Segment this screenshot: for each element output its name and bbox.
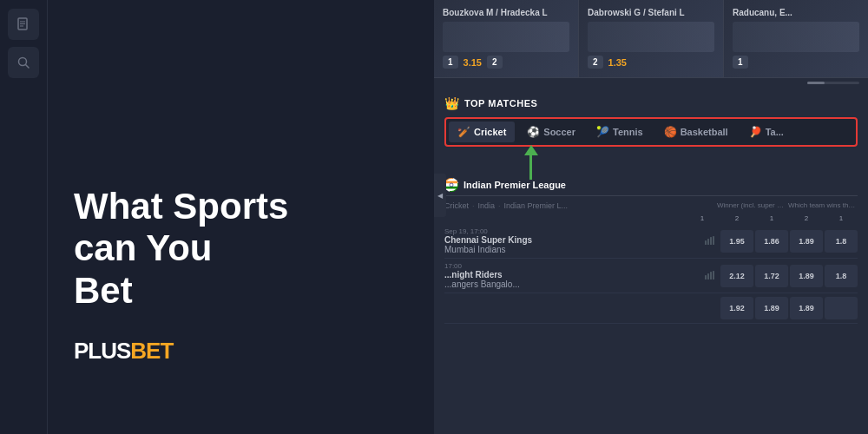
odd-cell-2-4[interactable]: 1.8 [825,265,858,287]
match-row-1: Sep 19, 17:00 Chennai Super Kings Mumbai… [444,224,858,259]
nav-icon-search[interactable] [8,47,39,78]
match-team1-1: Chennai Super Kings [444,235,700,245]
arrow-line [529,155,532,180]
left-panel: What Sports can You Bet PLUS BET [0,0,434,434]
logo-bet: BET [130,338,173,365]
odd-value-1: 3.15 [464,57,482,68]
odd-label-5: 1 [733,56,748,69]
match-players-3: Raducanu, E... [733,7,859,18]
tabletennis-icon: 🏓 [749,126,762,138]
odd-cell-3-2[interactable]: 1.89 [755,297,788,319]
highlight-arrow [529,155,532,180]
top-match-cards: Bouzkova M / Hradecka L 1 3.15 2 Dabrows… [434,0,868,78]
tennis-icon: 🎾 [596,126,609,138]
col-header-winner: Winner (incl. super over) [717,201,786,209]
scroll-indicator [434,78,868,88]
match-card-1[interactable]: Bouzkova M / Hradecka L 1 3.15 2 [434,0,579,77]
basketball-icon: 🏀 [664,126,677,138]
odd-cell-1-2[interactable]: 1.86 [755,230,788,253]
odd-cell-1-1[interactable]: 1.95 [720,230,753,253]
sidebar-nav [0,0,48,434]
svg-rect-12 [707,239,709,245]
svg-rect-17 [710,272,712,279]
tab-basketball-label: Basketball [681,127,728,137]
odd-cell-3-1[interactable]: 1.92 [720,297,753,319]
svg-rect-14 [713,236,714,245]
tab-tabletennis-label: Ta... [766,127,784,137]
tab-tennis[interactable]: 🎾 Tennis [588,122,652,142]
odd-label-3: 2 [588,56,603,69]
breadcrumb: Cricket · India · Indian Premier L... [444,198,568,212]
odd-label-2: 2 [487,56,503,69]
cricket-icon: 🏏 [457,126,470,138]
odds-cells-1: 1.95 1.86 1.89 1.8 [720,230,858,253]
match-date-2: 17:00 [444,262,700,270]
svg-rect-9 [445,184,457,187]
odd-cell-3-4[interactable] [825,297,858,319]
odds-cells-3: 1.92 1.89 1.89 [720,297,858,319]
svg-rect-18 [713,271,714,279]
crown-icon: 👑 [444,96,459,110]
breadcrumb-sport: Cricket [444,201,469,210]
odd-value-2: 1.35 [608,57,627,68]
tab-cricket-label: Cricket [474,127,506,137]
match-info-2: 17:00 ...night Riders ...angers Bangalo.… [444,262,700,289]
svg-line-5 [26,65,30,69]
logo: PLUS BET [74,338,399,365]
top-matches-header: 👑 TOP MATCHES [444,96,858,110]
stats-icon-2 [705,270,715,282]
match-team2-2: ...angers Bangalo... [444,279,700,289]
match-card-3[interactable]: Raducanu, E... 1 [724,0,868,77]
league-name: Indian Premier League [464,180,566,190]
col-headers: Winner (incl. super over) Which team win… [717,201,858,209]
match-players-1: Bouzkova M / Hradecka L [443,7,569,18]
page-title: What Sports can You Bet [74,186,399,312]
match-team2-1: Mumbai Indians [444,245,700,254]
nav-icon-docs[interactable] [8,9,39,40]
odd-cell-1-3[interactable]: 1.89 [790,230,823,253]
odd-cell-1-4[interactable]: 1.8 [825,230,858,253]
logo-plus: PLUS [74,338,130,365]
league-section: Indian Premier League Cricket · India · … [434,171,868,324]
tab-soccer-label: Soccer [543,127,575,137]
tab-basketball[interactable]: 🏀 Basketball [655,122,737,142]
sport-tabs: 🏏 Cricket ⚽ Soccer 🎾 Tennis 🏀 Basketball [444,117,858,147]
svg-rect-16 [707,273,709,279]
stats-icon-1 [705,235,715,247]
tab-tabletennis[interactable]: 🏓 Ta... [740,122,792,142]
col-header-team: Which team wins the co... [788,201,858,209]
tab-cricket[interactable]: 🏏 Cricket [449,122,515,142]
svg-rect-15 [705,275,707,279]
match-date-1: Sep 19, 17:00 [444,227,700,235]
match-card-2[interactable]: Dabrowski G / Stefani L 2 1.35 [579,0,724,77]
odd-cell-2-3[interactable]: 1.89 [790,265,823,287]
odd-cell-2-2[interactable]: 1.72 [755,265,788,287]
tab-tennis-label: Tennis [613,127,643,137]
odd-label-1: 1 [443,56,458,69]
expand-button[interactable]: ◀ [434,174,446,217]
match-info-1: Sep 19, 17:00 Chennai Super Kings Mumbai… [444,227,700,254]
top-matches-section: 👑 TOP MATCHES 🏏 Cricket ⚽ Soccer 🎾 [434,88,868,152]
odds-cells-2: 2.12 1.72 1.89 1.8 [720,265,858,287]
main-left-content: What Sports can You Bet PLUS BET [48,0,434,434]
match-players-2: Dabrowski G / Stefani L [588,7,714,18]
col-number-headers: 1 2 1 2 1 [444,214,858,224]
tab-soccer[interactable]: ⚽ Soccer [518,122,584,142]
match-row-3: 1.92 1.89 1.89 [444,293,858,324]
odd-cell-3-3[interactable]: 1.89 [790,297,823,319]
svg-rect-11 [705,240,707,245]
breadcrumb-league: Indian Premier L... [504,201,569,210]
odd-cell-2-1[interactable]: 2.12 [720,265,753,287]
svg-rect-13 [710,237,712,245]
league-header[interactable]: Indian Premier League [444,171,858,196]
soccer-icon: ⚽ [527,126,540,138]
india-flag-icon [444,178,458,192]
match-team1-2: ...night Riders [444,270,700,279]
match-row-2: 17:00 ...night Riders ...angers Bangalo.… [444,259,858,293]
right-panel: ◀ Bouzkova M / Hradecka L 1 3.15 2 [434,0,868,434]
top-matches-title: TOP MATCHES [464,98,537,108]
breadcrumb-country: India [478,201,496,210]
arrow-head [524,145,538,155]
